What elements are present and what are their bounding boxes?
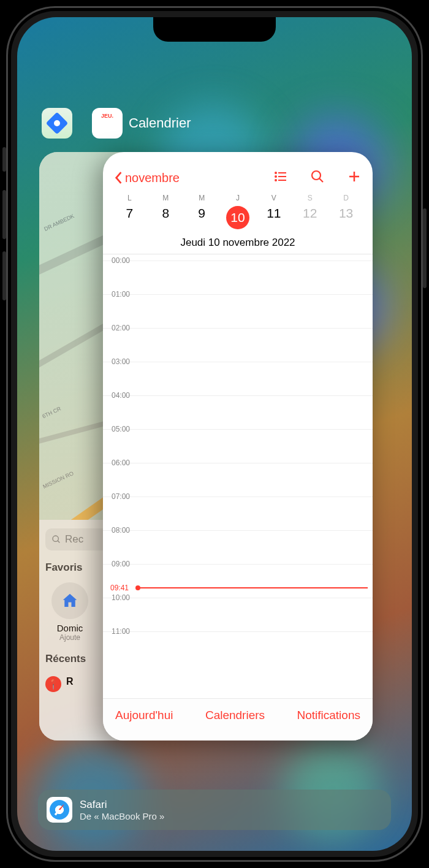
- calendars-button[interactable]: Calendriers: [205, 709, 265, 722]
- hour-label: 09:00: [112, 560, 130, 568]
- hour-label: 11:00: [112, 627, 130, 636]
- safari-icon: [47, 797, 72, 823]
- svg-point-0: [53, 536, 58, 541]
- hour-row: 02:00: [103, 328, 373, 362]
- today-button[interactable]: Aujourd'hui: [115, 709, 173, 722]
- hour-label: 01:00: [112, 290, 130, 299]
- app-card-calendar[interactable]: novembre LMMJVSD 78910111213 Jeudi 10 no…: [103, 152, 373, 740]
- app-label-text: Calendrier: [129, 115, 191, 131]
- weekday-label: M: [184, 194, 220, 202]
- maps-pin-icon: 📍: [45, 676, 61, 692]
- hour-row: 08:00: [103, 530, 373, 564]
- weekday-label: D: [328, 194, 364, 202]
- day-button[interactable]: 12: [292, 202, 328, 229]
- svg-line-9: [319, 178, 323, 182]
- hour-label: 00:00: [112, 256, 130, 265]
- handoff-app-name: Safari: [80, 799, 164, 811]
- home-icon: [51, 582, 88, 619]
- day-button[interactable]: 8: [148, 202, 184, 229]
- svg-line-1: [58, 541, 59, 542]
- hour-row: 09:00: [103, 564, 373, 598]
- handoff-banner[interactable]: Safari De « MacBook Pro »: [38, 790, 391, 830]
- day-button[interactable]: 13: [328, 202, 364, 229]
- current-time-label: 09:41: [110, 584, 129, 592]
- chevron-left-icon: [114, 171, 123, 185]
- calendar-date-line: Jeudi 10 novembre 2022: [103, 229, 373, 254]
- day-button[interactable]: 7: [112, 202, 148, 229]
- weekday-label: L: [112, 194, 148, 202]
- handoff-source: De « MacBook Pro »: [80, 811, 164, 821]
- list-icon: [273, 169, 288, 184]
- app-label-maps[interactable]: [42, 108, 72, 139]
- day-button[interactable]: 9: [184, 202, 220, 229]
- day-button[interactable]: 10: [220, 202, 256, 229]
- hour-row: 04:00: [103, 395, 373, 429]
- calendar-hours-grid[interactable]: 00:0001:0002:0003:0004:0005:0006:0007:00…: [103, 254, 373, 659]
- search-button[interactable]: [310, 169, 325, 186]
- weekday-label: V: [256, 194, 292, 202]
- hour-row: 05:00: [103, 429, 373, 463]
- inbox-button[interactable]: Notifications: [297, 709, 360, 722]
- hour-label: 02:00: [112, 324, 130, 332]
- hour-label: 04:00: [112, 391, 130, 400]
- plus-icon: [347, 169, 362, 184]
- svg-point-5: [275, 172, 276, 173]
- add-event-button[interactable]: [347, 169, 362, 186]
- calendar-weekday-row: LMMJVSD: [103, 194, 373, 202]
- app-label-calendar[interactable]: JEU. 10 Calendrier: [92, 108, 191, 139]
- hour-row: 00:00: [103, 261, 373, 294]
- hour-row: 06:00: [103, 463, 373, 497]
- hour-row: 01:00: [103, 294, 373, 328]
- weekday-label: S: [292, 194, 328, 202]
- hour-label: 08:00: [112, 526, 130, 535]
- search-icon: [310, 169, 325, 184]
- hour-row: 10:00: [103, 598, 373, 631]
- current-time-indicator: [139, 587, 368, 588]
- hour-label: 05:00: [112, 425, 130, 433]
- day-button[interactable]: 11: [256, 202, 292, 229]
- hour-label: 07:00: [112, 492, 130, 501]
- hour-label: 10:00: [112, 593, 130, 602]
- hour-label: 03:00: [112, 357, 130, 366]
- calendar-bottom-toolbar: Aujourd'hui Calendriers Notifications: [103, 698, 373, 740]
- svg-point-8: [312, 171, 321, 180]
- calendar-icon: JEU. 10: [92, 108, 123, 139]
- svg-point-7: [275, 180, 276, 181]
- weekday-label: J: [220, 194, 256, 202]
- hour-label: 06:00: [112, 459, 130, 467]
- svg-point-6: [275, 176, 276, 177]
- notch: [153, 17, 276, 42]
- hour-row: 07:00: [103, 497, 373, 530]
- maps-icon: [42, 108, 72, 139]
- search-icon: [51, 535, 61, 544]
- phone-screen: JEU. 10 Calendrier DR AMBEDK 6TH CR MISS…: [17, 17, 412, 851]
- calendar-icon-day: 10: [99, 119, 116, 134]
- calendar-day-row: 78910111213: [103, 202, 373, 229]
- phone-frame: JEU. 10 Calendrier DR AMBEDK 6TH CR MISS…: [6, 6, 423, 862]
- weekday-label: M: [148, 194, 184, 202]
- calendar-back-button[interactable]: novembre: [114, 171, 180, 185]
- hour-row: 11:00: [103, 631, 373, 659]
- hour-row: 03:00: [103, 362, 373, 395]
- list-view-button[interactable]: [273, 169, 288, 186]
- maps-favorite-home[interactable]: Domic Ajoute: [45, 582, 94, 642]
